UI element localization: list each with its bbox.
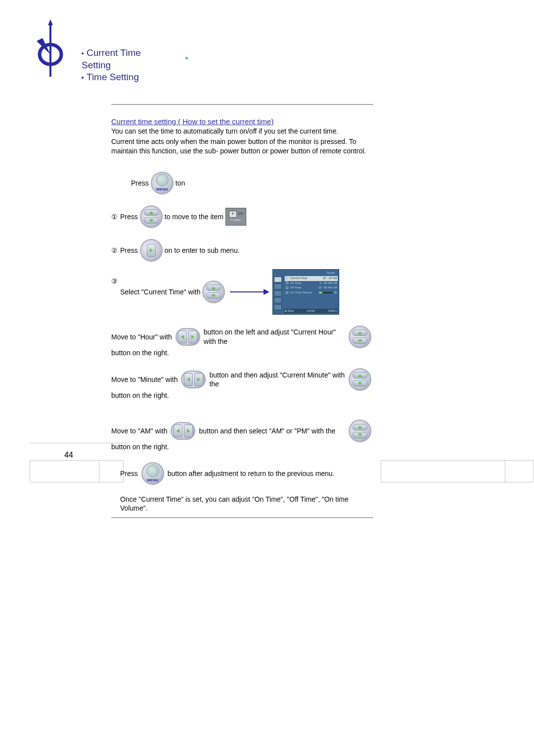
footer-cell-left [30,460,124,482]
footer-cell-right [381,460,534,482]
intro-line-1: You can set the time to automatically tu… [111,127,373,136]
ampm-instruction: Move to "AM" with button and then select… [111,420,373,451]
updown-button-icon [349,420,371,442]
final-note: Once "Current Time" is set, you can adju… [120,495,373,513]
step-2-text: on to enter to sub menu. [165,246,240,255]
ton-label: ton [176,179,185,188]
updown-button-icon [202,281,225,303]
right-button-icon [140,239,163,262]
page-number-marker [30,443,126,443]
osd-row-current-time: Current Time 10 : 10 AM [285,276,338,281]
document-page: Current Time Setting Time Setting Curren… [0,0,534,756]
return-instruction: Press MENU button after adjustment to re… [120,462,373,485]
updown-button-icon [140,205,163,228]
press-label: Press [131,179,149,188]
page-number: 44 [64,451,73,460]
osd-side-icon [274,277,282,283]
header-logo-block: Current Time Setting Time Setting [35,17,163,77]
compass-icon [35,17,74,77]
osd-title: Timer [274,271,338,275]
header-title-2: Time Setting [82,71,163,84]
osd-side-icon [274,304,282,310]
header-title-1: Current Time Setting [82,47,163,71]
osd-row-off-time: Off Time 10 : 00 AM Off [285,285,338,290]
step-3: ③ Select "Current Time" with Timer [111,269,373,315]
osd-footer: ◆ Move ● Enter ⊞ Menu [284,309,338,313]
divider-bottom [111,517,373,518]
osd-row-on-volume: On Time Volume 20 [285,290,338,295]
step-press-menu: Press MENU ton [111,168,373,198]
leftright-button-icon [171,422,195,440]
section-heading: Current time setting ( How to set the cu… [111,117,373,126]
step-3-text: Select "Current Time" with [120,287,200,296]
osd-side-icon [274,297,282,303]
updown-button-icon [349,368,371,391]
steps-block: Press MENU ton ① Press [111,168,373,315]
arrow-right-icon [230,287,269,297]
osd-timer-panel: Timer Current Time 10 : 10 AM [272,269,339,315]
step-3-num: ③ [111,277,120,285]
minute-instruction: Move to "Minute" with button and then ad… [111,368,373,400]
step-2: ② Press on to enter to sub menu. [111,236,373,265]
step-1-text: to move to the item [165,212,223,221]
step-2-num: ② [111,246,120,254]
leftright-button-icon [176,328,200,346]
osd-sidebar [274,277,283,310]
step-1: ① Press to move to the item + [111,202,373,232]
updown-button-icon [349,326,371,348]
svg-marker-2 [48,19,53,25]
osd-side-icon [274,290,282,296]
content-column: Current time setting ( How to set the cu… [111,104,373,518]
menu-button-icon: MENU [141,462,164,485]
hour-instruction: Move to "Hour" with button on the left a… [111,326,373,357]
menu-button-icon: MENU [151,172,174,194]
step-1-press: Press [120,212,138,221]
osd-side-icon [274,284,282,289]
divider-top [111,104,373,105]
intro-line-2: Current time acts only when the main pow… [111,137,373,156]
timer-menu-icon: + :00 Timer [225,208,246,226]
header-title-block: Current Time Setting Time Setting [82,47,163,84]
header-trail-dot [185,57,188,59]
osd-row-on-time: On Time 9 : 00 AM Off [285,281,338,286]
step-1-num: ① [111,213,120,221]
leftright-button-icon [181,371,206,388]
step-2-press: Press [120,246,138,255]
